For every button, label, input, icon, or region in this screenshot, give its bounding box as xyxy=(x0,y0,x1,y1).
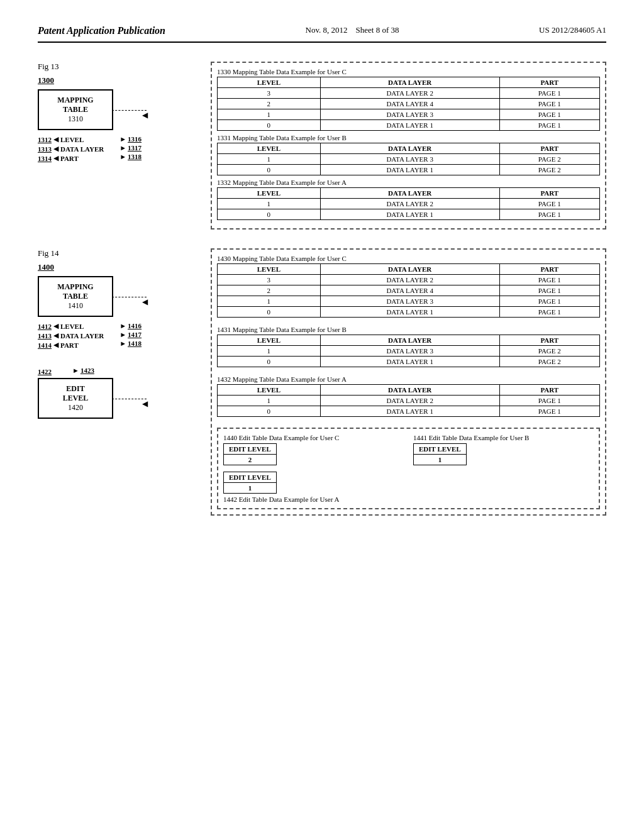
fig13-table-1330: 1330 Mapping Table Data Example for User… xyxy=(217,68,600,131)
fig14-edit-label2: LEVEL xyxy=(63,394,89,403)
fig13-ref1314: 1314 xyxy=(38,155,52,162)
fig14-table1432-title: 1432 Mapping Table Data Example for User… xyxy=(217,375,600,383)
col-part: PART xyxy=(499,143,599,154)
fig14-box-title2: TABLE xyxy=(63,292,88,301)
fig13-table-1331: 1331 Mapping Table Data Example for User… xyxy=(217,134,600,175)
col-level: LEVEL xyxy=(218,143,321,154)
fig14-ref1414: 1414 xyxy=(38,341,52,349)
fig13-label-part: PART xyxy=(60,155,79,162)
fig14-ref1417: 1417 xyxy=(128,331,142,338)
fig14-table-1432: 1432 Mapping Table Data Example for User… xyxy=(217,375,600,417)
edit-table-userC: 1440 Edit Table Data Example for User C … xyxy=(223,434,404,465)
fig14-data-table-1430: LEVEL DATA LAYER PART 3 DATA LAYER 2 PAG… xyxy=(217,263,600,318)
edit-tables-area: 1440 Edit Table Data Example for User C … xyxy=(217,428,600,509)
fig14-ref1418: 1418 xyxy=(128,340,142,347)
fig13-box-number: 1300 xyxy=(38,75,54,86)
fig14-mapping-box: MAPPING TABLE 1410 ◀ xyxy=(38,276,113,317)
fig13-arrow-part: ◀ xyxy=(53,154,58,162)
page-header: Patent Application Publication Nov. 8, 2… xyxy=(38,25,606,43)
col-level: LEVEL xyxy=(218,188,321,199)
main-content: Fig 13 1300 MAPPING TABLE 1310 ◀ xyxy=(38,62,606,516)
table-row: 0 DATA LAYER 1 PAGE 2 xyxy=(218,165,600,175)
fig14-label-part: PART xyxy=(60,341,79,349)
fig13-ref1312: 1312 xyxy=(38,136,52,143)
table-row: 3 DATA LAYER 2 PAGE 1 xyxy=(218,88,600,99)
pub-date: Nov. 8, 2012 xyxy=(306,25,348,35)
fig13-data-table-1330: LEVEL DATA LAYER PART 3 DATA LAYER 2 PAG… xyxy=(217,77,600,131)
header-date-sheet: Nov. 8, 2012 Sheet 8 of 38 xyxy=(306,25,399,35)
fig13-label: Fig 13 xyxy=(38,62,201,72)
page: Patent Application Publication Nov. 8, 2… xyxy=(0,0,644,830)
patent-number: US 2012/284605 A1 xyxy=(539,25,606,35)
fig13-section: Fig 13 1300 MAPPING TABLE 1310 ◀ xyxy=(38,62,606,230)
table-row: 0 DATA LAYER 1 PAGE 1 xyxy=(218,120,600,131)
col-level: LEVEL xyxy=(218,77,321,88)
fig14-left: Fig 14 1400 MAPPING TABLE 1410 ◀ xyxy=(38,248,201,516)
fig14-label-level: LEVEL xyxy=(60,323,84,330)
fig13-left: Fig 13 1300 MAPPING TABLE 1310 ◀ xyxy=(38,62,201,230)
table-row: 1 xyxy=(414,455,467,465)
fig14-box-num2: 1410 xyxy=(68,301,83,311)
col-datalayer: DATA LAYER xyxy=(320,188,499,199)
table-row: 2 DATA LAYER 4 PAGE 1 xyxy=(218,99,600,109)
publication-title: Patent Application Publication xyxy=(38,25,165,36)
fig13-table1331-title: 1331 Mapping Table Data Example for User… xyxy=(217,134,600,141)
table-row: 2 xyxy=(224,455,277,465)
fig13-data-table-1331: LEVEL DATA LAYER PART 1 DATA LAYER 3 PAG… xyxy=(217,143,600,175)
fig13-ref1318: 1318 xyxy=(128,153,142,160)
fig13-label-level: LEVEL xyxy=(60,136,84,143)
fig13-table1330-title: 1330 Mapping Table Data Example for User… xyxy=(217,68,600,75)
fig13-ref1313: 1313 xyxy=(38,145,52,153)
fig13-data-table-1332: LEVEL DATA LAYER PART 1 DATA LAYER 2 PAG… xyxy=(217,187,600,220)
fig14-label: Fig 14 xyxy=(38,248,201,258)
fig14-data-table-1431: LEVEL DATA LAYER PART 1 DATA LAYER 3 PAG… xyxy=(217,335,600,367)
fig13-table-1332: 1332 Mapping Table Data Example for User… xyxy=(217,179,600,220)
table-row: 2 DATA LAYER 4 PAGE 1 xyxy=(218,285,600,296)
fig13-ref1317: 1317 xyxy=(128,144,142,152)
fig14-ref1413: 1413 xyxy=(38,332,52,340)
fig13-ref1316: 1316 xyxy=(128,135,142,143)
table-row: 0 DATA LAYER 1 PAGE 2 xyxy=(218,357,600,367)
fig14-ref1416: 1416 xyxy=(128,322,142,329)
table-row: 0 DATA LAYER 1 PAGE 1 xyxy=(218,209,600,220)
table-row: 1 xyxy=(224,483,277,494)
col-part: PART xyxy=(499,77,599,88)
table-row: 3 DATA LAYER 2 PAGE 1 xyxy=(218,275,600,285)
fig14-table-1430: 1430 Mapping Table Data Example for User… xyxy=(217,255,600,318)
fig14-ref1412: 1412 xyxy=(38,323,52,330)
sheet-info: Sheet 8 of 38 xyxy=(356,25,399,35)
fig13-box-title1: MAPPING xyxy=(57,96,93,105)
fig14-ref1422: 1422 xyxy=(38,368,52,375)
fig14-edit-box: EDIT LEVEL 1420 ◀ xyxy=(38,378,113,419)
fig14-section: Fig 14 1400 MAPPING TABLE 1410 ◀ xyxy=(38,248,606,516)
edit-table-userC-title: 1440 Edit Table Data Example for User C xyxy=(223,434,404,441)
fig14-data-table-1432: LEVEL DATA LAYER PART 1 DATA LAYER 2 PAG… xyxy=(217,384,600,417)
col-datalayer: DATA LAYER xyxy=(320,143,499,154)
fig14-label-datalayer: DATA LAYER xyxy=(60,332,104,340)
fig14-right-tables: 1430 Mapping Table Data Example for User… xyxy=(211,248,606,516)
fig14-table1430-title: 1430 Mapping Table Data Example for User… xyxy=(217,255,600,262)
fig14-table-1431: 1431 Mapping Table Data Example for User… xyxy=(217,326,600,367)
table-row: 1 DATA LAYER 3 PAGE 1 xyxy=(218,109,600,120)
edit-table-userB-title: 1441 Edit Table Data Example for User B xyxy=(413,434,594,441)
table-row: 0 DATA LAYER 1 PAGE 1 xyxy=(218,406,600,417)
fig14-edit-label: EDIT xyxy=(66,384,84,394)
edit-table-userA-title: 1442 Edit Table Data Example for User A xyxy=(223,495,404,503)
fig13-box-num2: 1310 xyxy=(68,114,83,124)
edit-table-userA-row: EDIT LEVEL 1 1442 Edit Table Data Exampl… xyxy=(223,472,594,503)
fig14-table1431-title: 1431 Mapping Table Data Example for User… xyxy=(217,326,600,333)
fig14-box-number: 1400 xyxy=(38,262,54,272)
fig14-box-title1: MAPPING xyxy=(57,282,93,292)
table-row: 0 DATA LAYER 1 PAGE 1 xyxy=(218,307,600,318)
fig14-ref1423: 1423 xyxy=(80,367,94,374)
table-row: 1 DATA LAYER 3 PAGE 2 xyxy=(218,346,600,357)
table-row: 1 DATA LAYER 3 PAGE 1 xyxy=(218,296,600,307)
fig13-table1332-title: 1332 Mapping Table Data Example for User… xyxy=(217,179,600,186)
table-row: 1 DATA LAYER 2 PAGE 1 xyxy=(218,199,600,209)
col-part: PART xyxy=(499,188,599,199)
fig13-arrow-level: ◀ xyxy=(53,135,58,143)
fig13-arrow-datalayer: ◀ xyxy=(53,145,58,153)
col-datalayer: DATA LAYER xyxy=(320,77,499,88)
edit-table-userB: 1441 Edit Table Data Example for User B … xyxy=(413,434,594,465)
fig14-edit-num: 1420 xyxy=(68,403,83,412)
